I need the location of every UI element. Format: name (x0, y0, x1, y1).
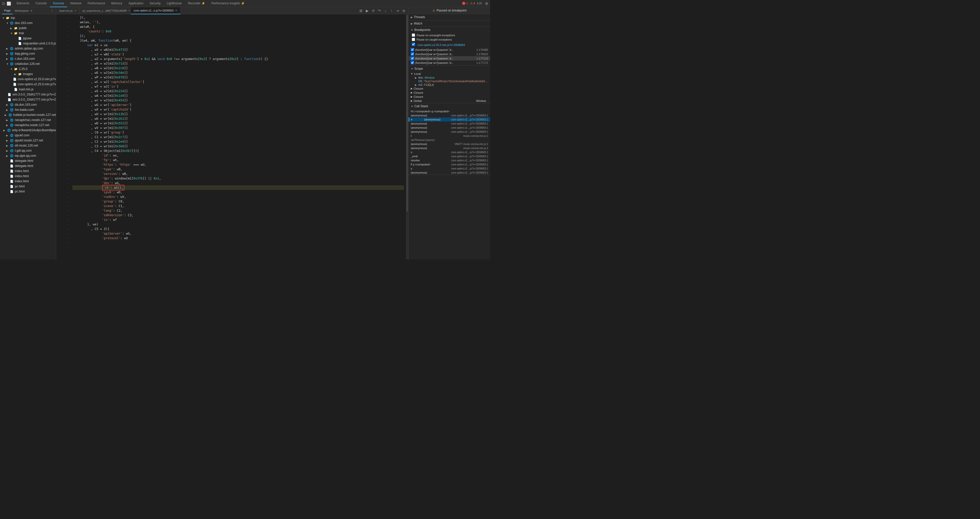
step-icon[interactable]: ⇒ (396, 9, 400, 13)
scope-entry-c6[interactable]: C6 : "9ca17ae2e6ffcda170e2e6eebab463a9ba… (413, 80, 490, 83)
tree-item-hmbaidu[interactable]: ▶ 🌐 hm.baidu.com (0, 107, 56, 112)
tab-sources[interactable]: Sources (50, 0, 67, 7)
threads-header[interactable]: ▶ Threads (409, 14, 490, 20)
cs-item-anon3[interactable]: (anonymous) core-optimi.v2....js?v=28386… (409, 121, 490, 126)
tree-item-delegate2[interactable]: ▶ 📄 delegate.html (0, 163, 56, 169)
call-stack-header[interactable]: ▼ Call Stack (409, 103, 490, 109)
tree-item-top[interactable]: ▼ 📁 top (0, 15, 56, 21)
bp-cb-3[interactable] (411, 61, 414, 64)
cs-item-t[interactable]: t music-corona.min.js:1 (409, 134, 490, 138)
device-icon[interactable]: ⬜ (6, 2, 11, 6)
tab-memory[interactable]: Memory (108, 0, 125, 7)
cs-item-anon6[interactable]: (anonymous) music-corona.min.js:1 (409, 146, 490, 150)
sidebar-more-icon[interactable]: ⋮ (50, 9, 54, 13)
step-out-icon[interactable]: ↑ (390, 9, 394, 13)
scope-entry-this[interactable]: ▶ this : Window (413, 76, 490, 80)
editor-tab-pt[interactable]: pt_experience_c...b8677592e4b98f ✕ (80, 7, 131, 14)
editor-tab-core[interactable]: core-optimi.v2...n.js?v=2838683 ✕ (131, 7, 180, 14)
tree-item-trial[interactable]: ▼ 📁 trial (0, 31, 56, 36)
tree-item-index1[interactable]: ▶ 📄 index.html (0, 169, 56, 174)
tab-recorder[interactable]: Recorder ⚡ (185, 0, 208, 7)
tree-item-neguardian[interactable]: ▶ 📄 neguardian.umd.1.0.0.js (0, 41, 56, 46)
bp-entry-2[interactable]: (function(){var w=['passive','d... 1:177… (409, 56, 490, 60)
tree-item-cstaticdun[interactable]: ▼ 🌐 cstaticdun.126.net (0, 61, 56, 66)
tree-item-s6music[interactable]: ▶ 🌐 s6.music.126.net (0, 143, 56, 148)
sidebar-tab-page[interactable]: Page (2, 7, 13, 14)
tree-item-jigsaw[interactable]: ▶ 📄 jigsaw (0, 36, 56, 41)
close-tab-core[interactable]: ✕ (175, 9, 177, 12)
tree-item-bqq[interactable]: ▶ 🌐 bqq.gtimg.com (0, 51, 56, 56)
tab-console[interactable]: Console (32, 0, 50, 7)
tab-application[interactable]: Application (125, 0, 146, 7)
tree-item-hubble[interactable]: ▶ 🌐 hubble-js-bucket.nosdn.127.net (0, 112, 56, 118)
scope-closure2-header[interactable]: ▶ Closure (409, 91, 490, 95)
tree-item-necaptcha[interactable]: ▶ 🌐 necaptcha.nosdn.127.net (0, 123, 56, 127)
pause-caught-checkbox[interactable] (412, 38, 415, 41)
tree-item-public[interactable]: ▶ 📁 public (0, 25, 56, 31)
vertical-scrollbar[interactable] (406, 14, 409, 260)
inspect-icon[interactable]: ⊡ (2, 2, 6, 6)
watch-header[interactable]: ▶ Watch (409, 21, 490, 27)
close-tab-pt[interactable]: ✕ (128, 9, 130, 12)
breakpoints-header[interactable]: ▼ Breakpoints (409, 27, 490, 33)
scope-header[interactable]: ▼ Scope (409, 65, 490, 72)
sidebar-tab-workspace[interactable]: Workspace (13, 7, 31, 14)
tree-item-necaptcha1[interactable]: ▶ 🌐 necaptcha1.nosdn.127.net (0, 118, 56, 123)
format-icon[interactable]: ⊞ (359, 9, 363, 13)
pause-uncaught-checkbox[interactable] (412, 33, 415, 37)
code-editor[interactable]: }), we(ws, ''), we(wR, { 'counts': 0x0 }… (70, 14, 406, 260)
tree-item-wpqiye[interactable]: ▶ 🌐 wp.qiye.qq.com (0, 153, 56, 158)
cs-item-y[interactable]: y core-optimi.v2....js?v=2838683:1 (409, 166, 490, 170)
tree-item-qiyukf[interactable]: ▶ 🌐 qiyukf.com (0, 133, 56, 138)
play-debug-icon[interactable]: ▶ (365, 9, 369, 13)
scope-closure3-header[interactable]: ▶ Closure (409, 95, 490, 99)
bp-cb-0[interactable] (411, 48, 414, 51)
tree-item-pc1[interactable]: ▶ 📄 pc.html (0, 184, 56, 189)
step-into-icon[interactable]: ↓ (383, 9, 388, 13)
tree-item-core2[interactable]: ▶ 📄 core-optimi.v2.25.0.min.js?v (0, 82, 56, 87)
cs-item-emit[interactable]: _emit core-optimi.v2....js?v=2838683:1 (409, 154, 490, 158)
deactivate-bp-icon[interactable]: ⊘ (402, 9, 406, 13)
cs-item-resolve[interactable]: resolve core-optimi.v2....js?v=2838683:1 (409, 158, 490, 162)
cs-item-s[interactable]: s core-optimi.v2....js?v=2838683:1 (409, 150, 490, 154)
scope-local-header[interactable]: ▼ Local (409, 72, 490, 76)
tab-elements[interactable]: Elements (14, 0, 32, 7)
bp-entry-1[interactable]: (function(){var w=['passive','d... 1:176… (409, 52, 490, 56)
tab-network[interactable]: Network (67, 0, 84, 7)
tree-item-cdun[interactable]: ▶ 🌐 c.dun.163.com (0, 56, 56, 61)
tab-performance[interactable]: Performance (84, 0, 108, 7)
editor-content[interactable]: - - - - - - - - - - - - - - - - - - - - (56, 14, 409, 260)
tree-item-tgdt[interactable]: ▶ 🌐 t.gdt.qq.com (0, 148, 56, 153)
tree-item-qiyukfnosdn[interactable]: ▶ 🌐 qiyukf.nosdn.127.net (0, 138, 56, 143)
tab-perf-insights[interactable]: Performance insights ⚡ (208, 0, 248, 7)
tree-item-dun163[interactable]: ▼ 🌐 dun.163.com (0, 21, 56, 25)
cs-item-anon1[interactable]: (anonymous) core-optimi.v2....js?v=28386… (409, 113, 490, 118)
tree-item-images[interactable]: ▶ 📁 images (0, 72, 56, 76)
bp-file-checkbox[interactable] (412, 43, 415, 46)
tree-item-delegate1[interactable]: ▶ 📄 delegate.html (0, 158, 56, 163)
scope-global-header[interactable]: ▶ Global Window (409, 99, 490, 103)
settings-icon[interactable]: ⚙ (485, 2, 488, 6)
tree-item-index2[interactable]: ▶ 📄 index.html (0, 174, 56, 179)
tree-item-wm2[interactable]: ▶ 📄 wm.3.0.0_33d41777.min.js?v=2 (0, 97, 56, 102)
tab-security[interactable]: Security (146, 0, 164, 7)
cs-item-anon-vm[interactable]: (anonymous) VM477 music-corona.min.js:1 (409, 142, 490, 146)
tree-item-loadmin[interactable]: ▶ 📄 load.min.js (0, 87, 56, 92)
close-tab-loadmin[interactable]: ✕ (74, 9, 76, 12)
cs-item-anon5[interactable]: (anonymous) core-optimi.v2....js?v=28386… (409, 130, 490, 134)
bp-entry-0[interactable]: (function(){var w=['passive','d... 1:176… (409, 48, 490, 52)
cs-item-fy[interactable]: F.y.<computed> core-optimi.v2....js?v=28… (409, 162, 490, 166)
bp-cb-2[interactable] (411, 57, 414, 60)
step-over-icon[interactable]: ↷ (377, 9, 381, 13)
cs-item-anon4[interactable]: (anonymous) core-optimi.v2....js?v=28386… (409, 126, 490, 130)
right-panel-scroll[interactable]: ▶ Threads ▶ Watch ▼ Breakpoints (409, 14, 490, 260)
tree-item-admin-qidian[interactable]: ▶ 🌐 admin.qidian.qq.com (0, 46, 56, 51)
cs-item-anon2-active[interactable]: ● (anonymous) core-optimi.v2....js?v=283… (409, 118, 490, 121)
cs-item-anon-last[interactable]: (anonymous) core-optimi.v2....js?v=28386… (409, 170, 490, 175)
bp-entry-3[interactable]: (function(){var w=['passive','d... 1:177… (409, 60, 490, 65)
tab-lighthouse[interactable]: Lighthouse (164, 0, 185, 7)
tree-item-pc2[interactable]: ▶ 📄 pc.html (0, 189, 56, 194)
tree-item-index3[interactable]: ▶ 📄 index.html (0, 179, 56, 184)
tree-item-onlyd[interactable]: ▶ 🌐 only-d-fkeamb14u4jcc9uom6jew (0, 127, 56, 133)
tree-item-core1[interactable]: ▶ 📄 core-optimi.v2.25.0.min.js?v (0, 76, 56, 82)
